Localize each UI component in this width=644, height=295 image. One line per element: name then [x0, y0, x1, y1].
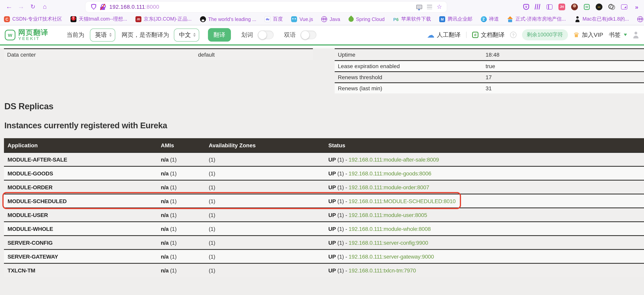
reader-mode-icon[interactable]	[427, 4, 432, 9]
eureka-dashboard: Data center default Uptime 18:48 Lease e…	[0, 46, 644, 295]
bilingual-label: 双语	[284, 31, 296, 38]
bookmark-pc6[interactable]: 苹果软件下载	[393, 16, 431, 22]
instance-link[interactable]: 192.168.0.111:module-after-sale:8009	[348, 156, 439, 162]
instance-link[interactable]: 192.168.0.111:module-order:8007	[348, 184, 429, 190]
application-name: MODULE-ORDER	[4, 184, 157, 190]
forward-icon[interactable]	[15, 2, 27, 12]
status-value: true	[486, 63, 495, 69]
bookmark-vuejs[interactable]: Vue.js	[291, 16, 313, 22]
translate-button[interactable]: 翻译	[208, 28, 231, 42]
target-lang-select[interactable]: 中文	[174, 28, 199, 42]
translate-card-icon[interactable]	[621, 4, 627, 9]
tv-icon	[291, 16, 297, 22]
home-icon[interactable]	[39, 2, 51, 12]
bookmark-spring-cloud[interactable]: Spring Cloud	[348, 16, 385, 22]
status-cell: UP (1) - 192.168.0.111:module-user:8005	[325, 212, 644, 218]
instances-table: Application AMIs Availability Zones Stat…	[4, 138, 644, 277]
sidebar-icon[interactable]	[546, 4, 552, 9]
account-icon[interactable]	[632, 32, 639, 38]
ds-replicas-status-table: Uptime 18:48 Lease expiration enabled tr…	[335, 48, 644, 94]
crown-icon	[573, 31, 580, 39]
instances-table-header: Application AMIs Availability Zones Stat…	[4, 138, 644, 152]
status-label: Data center	[7, 52, 36, 58]
amis-cell: n/a (1)	[157, 156, 205, 162]
zones-cell: (1)	[205, 170, 325, 176]
status-cell: UP (1) - 192.168.0.111:module-whole:8008	[325, 226, 644, 232]
reload-icon[interactable]	[27, 2, 39, 12]
application-name: MODULE-GOODS	[4, 170, 157, 176]
help-icon[interactable]	[510, 32, 516, 38]
instance-link[interactable]: 192.168.0.111:module-whole:8008	[348, 226, 431, 232]
bookmark-menu[interactable]: 书签	[609, 31, 627, 38]
jh-extension-icon[interactable]	[558, 3, 565, 10]
manual-translate-link[interactable]: 人工翻译	[427, 30, 460, 40]
instance-link[interactable]: 192.168.0.111:txlcn-tm:7970	[348, 267, 416, 274]
infinity-extension-icon[interactable]	[596, 3, 602, 10]
bookmark-tmall[interactable]: 天猫tmall.com--理想...	[70, 16, 127, 22]
remaining-chars-badge: 剩余10000字符	[522, 29, 568, 40]
profile-avatar[interactable]	[571, 3, 578, 10]
amis-cell: n/a (1)	[157, 226, 205, 232]
instance-link[interactable]: 192.168.0.111:server-config:9900	[348, 239, 428, 246]
url-bar[interactable]: 192.168.0.111:8000	[86, 2, 447, 12]
browser-toolbar: 192.168.0.111:8000	[0, 0, 644, 14]
instance-link[interactable]: 192.168.0.111:server-gateway:9000	[348, 253, 434, 260]
bilingual-toggle[interactable]	[300, 30, 316, 39]
instance-link[interactable]: 192.168.0.111:module-user:8005	[348, 212, 427, 218]
spring-leaf-icon	[347, 16, 355, 23]
url-text[interactable]: 192.168.0.111:8000	[109, 4, 159, 10]
instance-link[interactable]: 192.168.0.111:MODULE-SCHEDULED:8010	[348, 198, 456, 204]
word-select-label: 划词	[241, 31, 253, 38]
source-lang-select[interactable]: 英语	[90, 28, 115, 42]
bookmarks-bar: CSDN-专业IT技术社区 天猫tmall.com--理想... 京东(JD.C…	[0, 14, 644, 25]
system-status-table: Data center default	[4, 48, 313, 60]
person-icon	[574, 16, 580, 22]
baidu-icon	[264, 16, 270, 22]
status-row: Renews threshold 17	[335, 71, 644, 82]
bookmark-vue-websocket[interactable]: vue项目使用websoc...	[637, 16, 644, 22]
bookmark-jd[interactable]: 京东(JD.COM)-正品...	[136, 16, 192, 22]
zones-cell: (1)	[205, 226, 325, 232]
yeekit-w-icon	[5, 30, 16, 40]
status-label: Uptime	[338, 52, 356, 58]
bookmark-csdn[interactable]: CSDN-专业IT技术社区	[4, 16, 62, 22]
tencent-mail-icon	[439, 16, 445, 22]
library-icon[interactable]	[535, 4, 541, 10]
application-name: SERVER-CONFIG	[4, 239, 157, 246]
bookmark-tencent-mail[interactable]: 腾讯企业邮	[439, 16, 472, 22]
screenshare-icon[interactable]	[416, 4, 422, 9]
amis-cell: n/a (1)	[157, 253, 205, 260]
bookmark-mac-jdk[interactable]: Mac在已有jdk1.8的...	[574, 16, 629, 22]
status-cell: UP (1) - 192.168.0.111:txlcn-tm:7970	[325, 267, 644, 274]
toolbar-overflow-icon[interactable]	[633, 3, 640, 10]
word-select-toggle[interactable]	[258, 30, 274, 39]
zentao-icon	[480, 16, 486, 22]
application-name: MODULE-WHOLE	[4, 226, 157, 232]
bookmark-zentao[interactable]: 禅道	[480, 16, 499, 22]
zones-cell: (1)	[205, 198, 325, 204]
yeekit-logo: 网页翻译 YEEKIT	[5, 29, 48, 41]
ds-replicas-heading: DS Replicas	[4, 101, 54, 112]
spinner-arrows-icon	[193, 33, 196, 37]
doc-translate-link[interactable]: 文档翻译	[472, 31, 504, 38]
amis-cell: n/a (1)	[157, 184, 205, 190]
status-row: Lease expiration enabled true	[335, 60, 644, 71]
pocket-icon[interactable]	[523, 4, 529, 10]
join-vip-link[interactable]: 加入VIP	[573, 31, 603, 39]
bookmark-github[interactable]: The world’s leading ...	[200, 16, 256, 22]
spinner-arrows-icon	[109, 33, 112, 37]
bookmark-baidu[interactable]: 百度	[264, 16, 283, 22]
back-icon[interactable]	[3, 2, 15, 12]
col-availability-zones: Availability Zones	[205, 142, 325, 148]
insecure-lock-icon[interactable]	[100, 4, 105, 10]
bookmark-java[interactable]: Java	[322, 16, 340, 22]
application-name: MODULE-AFTER-SALE	[4, 156, 157, 162]
rings-extension-icon[interactable]	[608, 3, 615, 10]
table-row: MODULE-GOODS n/a (1) (1) UP (1) - 192.16…	[4, 166, 644, 180]
tracking-shield-icon[interactable]	[91, 4, 96, 10]
application-name: MODULE-USER	[4, 212, 157, 218]
bookmark-star-icon[interactable]	[437, 3, 442, 10]
bookmark-realestate[interactable]: 正式-济南市房地产信...	[507, 16, 566, 22]
yeekit-extension-icon[interactable]	[584, 4, 590, 10]
instance-link[interactable]: 192.168.0.111:module-goods:8006	[348, 170, 431, 176]
